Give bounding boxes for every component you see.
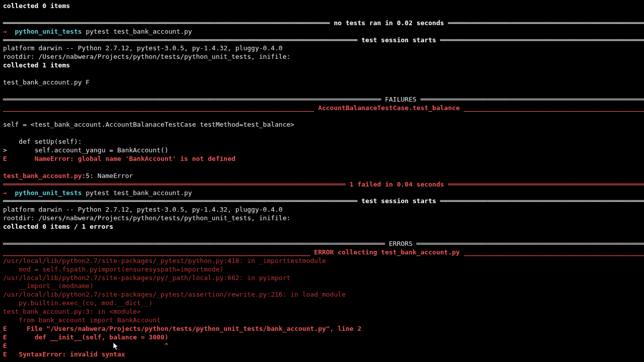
rule-left: ════════════════════════════════════════… <box>3 19 334 27</box>
error-title: ________________________________________… <box>3 248 641 257</box>
error-e-line: E SyntaxError: invalid syntax <box>3 350 641 359</box>
prompt-line[interactable]: → python_unit_tests pytest test_bank_acc… <box>3 189 641 198</box>
prompt-dir: python_unit_tests <box>15 189 82 197</box>
traceback-line: /usr/local/lib/python2.7/site-packages/_… <box>3 291 641 299</box>
error-e-line: E ^ <box>3 342 641 350</box>
prompt-arrow-icon: → <box>3 189 7 197</box>
prompt-cmd: pytest test_bank_account.py <box>86 189 192 197</box>
prompt-cmd: pytest test_bank_account.py <box>86 28 192 35</box>
blank <box>3 87 641 96</box>
error-e-line: E File "/Users/nabwera/Projects/python/t… <box>3 325 641 333</box>
rule-session-starts: ════════════════════════════════════════… <box>3 197 641 206</box>
traceback-line: test_bank_account.py:3: in <module> <box>3 308 641 316</box>
test-result-line: test_bank_account.py F <box>3 78 641 87</box>
traceback-line: __import__(modname) <box>3 282 641 291</box>
code-line-fail: > self.account_yangu = BankAccount() <box>3 146 641 155</box>
blank <box>3 11 641 19</box>
error-line: E NameError: global name 'BankAccount' i… <box>3 155 641 163</box>
rootdir-line: rootdir: /Users/nabwera/Projects/python/… <box>3 53 641 61</box>
no-tests-text: no tests ran in 0.02 seconds <box>334 19 444 27</box>
traceback-line: /usr/local/lib/python2.7/site-packages/p… <box>3 274 641 283</box>
rule-session-starts: ════════════════════════════════════════… <box>3 36 641 45</box>
prompt-dir: python_unit_tests <box>15 28 82 35</box>
rule-right: ════════════════════════════════════════… <box>444 19 644 27</box>
platform-line: platform darwin -- Python 2.7.12, pytest… <box>3 44 641 53</box>
blank <box>3 129 641 138</box>
rule-no-tests: ════════════════════════════════════════… <box>3 19 641 28</box>
traceback-line: py.builtin.exec_(co, mod.__dict__) <box>3 299 641 308</box>
blank <box>3 70 641 78</box>
traceback-line: /usr/local/lib/python2.7/site-packages/_… <box>3 257 641 265</box>
error-e-line: E def __init__(self, balance = 3000) <box>3 333 641 342</box>
rule-errors: ════════════════════════════════════════… <box>3 240 641 248</box>
blank <box>3 163 641 172</box>
platform-line: platform darwin -- Python 2.7.12, pytest… <box>3 206 641 214</box>
rule-failures: ════════════════════════════════════════… <box>3 96 641 104</box>
collected-line: collected 1 items <box>3 61 641 70</box>
traceback-line: from bank_account import BankAccount <box>3 316 641 325</box>
error-location: test_bank_account.py:5: NameError <box>3 172 641 180</box>
rule-failed-summary: ════════════════════════════════════════… <box>3 180 641 189</box>
collected-line: collected 0 items / 1 errors <box>3 223 641 231</box>
failure-title: ________________________________________… <box>3 104 641 113</box>
prompt-arrow-icon: → <box>3 28 7 35</box>
rootdir-line: rootdir: /Users/nabwera/Projects/python/… <box>3 214 641 223</box>
code-line: def setUp(self): <box>3 138 641 146</box>
collected-line: collected 0 items <box>3 2 641 11</box>
blank <box>3 113 641 121</box>
traceback-line: mod = self.fspath.pyimport(ensuresyspath… <box>3 265 641 274</box>
blank <box>3 231 641 240</box>
prompt-line[interactable]: → python_unit_tests pytest test_bank_acc… <box>3 28 641 36</box>
self-line: self = <test_bank_account.AccountBalanac… <box>3 121 641 129</box>
